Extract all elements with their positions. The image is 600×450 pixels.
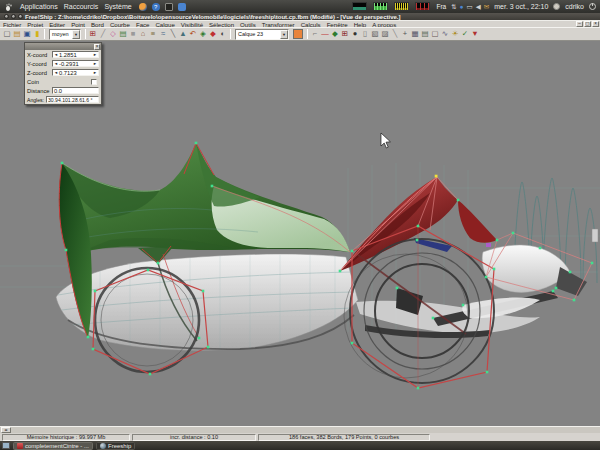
- corner-checkbox[interactable]: [91, 79, 97, 85]
- check-icon[interactable]: ✓: [460, 28, 470, 40]
- mirror-icon[interactable]: ▨: [380, 28, 390, 40]
- show-desktop-icon[interactable]: [2, 442, 10, 449]
- normals-icon[interactable]: ■: [128, 28, 138, 40]
- layer-dropdown[interactable]: Calque 23 ▼: [235, 29, 289, 40]
- new-file-icon[interactable]: ▢: [2, 28, 12, 40]
- notes-icon[interactable]: ▢: [430, 28, 440, 40]
- user-avatar[interactable]: [553, 3, 560, 10]
- close-icon[interactable]: ×: [94, 44, 100, 50]
- task-completementcintre[interactable]: completementCintre - ...: [13, 442, 93, 450]
- buttocks-icon[interactable]: ≡: [148, 28, 158, 40]
- spinner-right-icon[interactable]: ►: [93, 52, 97, 57]
- lamp-icon[interactable]: ☀: [450, 28, 460, 40]
- menu-bar: FichierProjetEditerPointBordCourbeFaceCa…: [0, 20, 600, 27]
- trash-icon[interactable]: ▼: [470, 28, 480, 40]
- help-icon[interactable]: ?: [152, 3, 160, 11]
- volume-icon[interactable]: ◀: [476, 0, 481, 13]
- undo-icon[interactable]: ↶: [188, 28, 198, 40]
- coord-label: Y-coord: [27, 61, 50, 67]
- messenger-icon[interactable]: ●: [460, 0, 464, 13]
- exit-icon[interactable]: ▮: [32, 28, 42, 40]
- main-toolbar: ▢▤▣▮ moyen ▼ ⊞╱◇▤■⌂≡≈╲▲↶◈◆◐ Calque 23 ▼ …: [0, 27, 600, 41]
- mail-icon[interactable]: ✉: [484, 0, 489, 13]
- coord-value: -0.2931: [59, 61, 79, 67]
- selected-point-yellow[interactable]: [435, 175, 438, 178]
- control-curves-icon[interactable]: ◇: [108, 28, 118, 40]
- toolbar-separator: [230, 29, 231, 39]
- diagonals-icon[interactable]: ╲: [168, 28, 178, 40]
- coordinate-panel[interactable]: × X-coord◄1.2851►Y-coord◄-0.2931►Z-coord…: [24, 42, 102, 105]
- spinner-left-icon[interactable]: ◄: [54, 70, 58, 75]
- gnome-logo-icon[interactable]: [4, 2, 13, 12]
- package-icon[interactable]: [178, 3, 186, 11]
- clock[interactable]: mer. 3 oct., 22:10: [494, 3, 548, 10]
- coord-field-z-coord[interactable]: ◄0.7123►: [52, 69, 99, 76]
- system-tray: ⇅●▭◀✉: [451, 0, 489, 13]
- stations-icon[interactable]: ⌂: [138, 28, 148, 40]
- remove-edge-icon[interactable]: —: [320, 28, 330, 40]
- zebra-view-icon[interactable]: ◐: [218, 28, 228, 40]
- angles-field[interactable]: 30.94,101.28,61.6 °: [46, 96, 99, 103]
- precision-dropdown[interactable]: moyen ▼: [49, 29, 81, 40]
- curve-icon[interactable]: ∿: [440, 28, 450, 40]
- chevron-down-icon[interactable]: ▼: [72, 30, 80, 39]
- interior-edges-icon[interactable]: ╱: [98, 28, 108, 40]
- spinner-right-icon[interactable]: ►: [93, 61, 97, 66]
- wireframe-view-icon[interactable]: ◈: [198, 28, 208, 40]
- window-button-3[interactable]: [18, 14, 23, 19]
- spinner-left-icon[interactable]: ◄: [54, 61, 58, 66]
- task-completementcintre-icon: [17, 443, 23, 449]
- coord-field-y-coord[interactable]: ◄-0.2931►: [52, 60, 99, 67]
- user-name[interactable]: cdriko: [565, 3, 584, 10]
- window-title: Free!Ship : Z:\home\cdriko\Dropbox\Boita…: [25, 14, 401, 20]
- panel-menu-raccourcis[interactable]: Raccourcis: [62, 3, 101, 10]
- open-file-icon[interactable]: ▤: [12, 28, 22, 40]
- power-icon[interactable]: [589, 3, 596, 10]
- chevron-down-icon[interactable]: ▼: [280, 30, 288, 39]
- spinner-left-icon[interactable]: ◄: [54, 52, 58, 57]
- delete-icon[interactable]: ●: [350, 28, 360, 40]
- insert-point-icon[interactable]: ◆: [330, 28, 340, 40]
- viewport-scroll-nub[interactable]: [592, 229, 598, 242]
- status-panel-0: Mémoire historique : 99.997 Mb: [2, 434, 130, 441]
- terminal-icon[interactable]: [165, 3, 173, 11]
- system-monitor-disk-applet[interactable]: [415, 2, 430, 11]
- panel-menu-syst-me[interactable]: Système: [102, 3, 133, 10]
- coord-value: 0.7123: [59, 70, 77, 76]
- horizontal-scroll-strip[interactable]: ◂▸: [0, 426, 600, 433]
- toolbar-file-group: ▢▤▣▮: [2, 28, 42, 40]
- panel-menus: ApplicationsRaccourcisSystème: [18, 3, 134, 10]
- spinner-right-icon[interactable]: ►: [93, 70, 97, 75]
- waterlines-icon[interactable]: ≈: [158, 28, 168, 40]
- layer-color-swatch[interactable]: [293, 29, 303, 39]
- task-freeship[interactable]: Freeship: [96, 442, 135, 450]
- firefox-icon[interactable]: [139, 3, 147, 11]
- collapse-edge-icon[interactable]: ⌐: [310, 28, 320, 40]
- panel-menu-applications[interactable]: Applications: [18, 3, 60, 10]
- save-icon[interactable]: ▣: [22, 28, 32, 40]
- system-monitor-cpu-applet[interactable]: [352, 2, 367, 11]
- network-activity-icon[interactable]: ⇅: [451, 0, 456, 13]
- face-grid-icon[interactable]: ⊞: [340, 28, 350, 40]
- lock-icon[interactable]: ▯: [360, 28, 370, 40]
- distance-field[interactable]: 0.0: [52, 87, 99, 94]
- coord-row-y-coord: Y-coord◄-0.2931►: [25, 59, 101, 68]
- window-button-1[interactable]: [4, 14, 9, 19]
- system-monitor-memory-applet[interactable]: [373, 2, 388, 11]
- coordinate-panel-titlebar[interactable]: ×: [25, 43, 101, 50]
- curvature-icon[interactable]: ▤: [118, 28, 128, 40]
- control-net-icon[interactable]: ⊞: [88, 28, 98, 40]
- report-icon[interactable]: ▤: [420, 28, 430, 40]
- table-icon[interactable]: ▦: [410, 28, 420, 40]
- split-icon[interactable]: ╲: [390, 28, 400, 40]
- add-icon[interactable]: +: [400, 28, 410, 40]
- display-icon[interactable]: ▭: [467, 0, 473, 13]
- coord-row-z-coord: Z-coord◄0.7123►: [25, 68, 101, 77]
- coord-field-x-coord[interactable]: ◄1.2851►: [52, 51, 99, 58]
- system-monitor-network-applet[interactable]: [394, 2, 409, 11]
- shaded-view-icon[interactable]: ◆: [208, 28, 218, 40]
- cube-icon[interactable]: ▧: [370, 28, 380, 40]
- keyboard-layout-indicator[interactable]: Fra: [436, 3, 446, 10]
- hydrostatics-icon[interactable]: ▲: [178, 28, 188, 40]
- window-button-2[interactable]: [11, 14, 16, 19]
